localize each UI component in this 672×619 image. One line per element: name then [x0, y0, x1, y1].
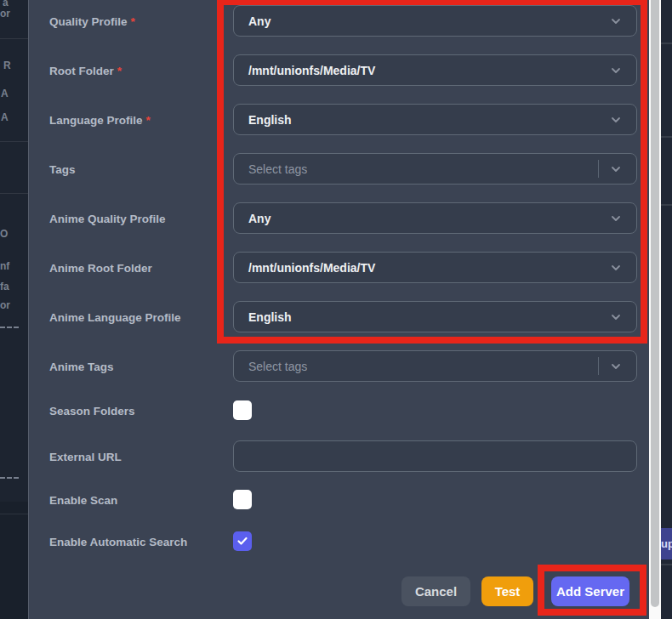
form-row-quality-profile: Quality Profile* Any	[29, 5, 650, 37]
field-label: Anime Quality Profile	[49, 212, 166, 224]
form-row-enable-automatic-search: Enable Automatic Search	[29, 531, 650, 551]
enable-automatic-search-checkbox[interactable]	[233, 531, 252, 551]
checkmark-icon	[236, 534, 249, 548]
required-asterisk: *	[131, 14, 135, 27]
background-page-right: up	[661, 0, 672, 619]
bg-text-fragment: R	[3, 60, 11, 71]
tags-multiselect[interactable]: Select tags	[233, 153, 637, 185]
form-row-language-profile: Language Profile* English	[29, 104, 650, 135]
select-value: Any	[248, 212, 271, 225]
form-row-season-folders: Season Folders	[29, 400, 650, 420]
cancel-button[interactable]: Cancel	[401, 576, 470, 606]
field-label: Tags	[49, 162, 76, 175]
anime-quality-profile-select[interactable]: Any	[233, 202, 637, 234]
add-server-modal: Quality Profile* Any Root Folder* /mnt/u…	[28, 0, 649, 619]
field-label: External URL	[49, 450, 122, 463]
scrollbar-thumb[interactable]	[651, 0, 659, 607]
chevron-down-icon	[607, 13, 624, 30]
bg-text-fragment: nf	[0, 260, 9, 272]
select-placeholder: Select tags	[248, 162, 307, 176]
season-folders-checkbox[interactable]	[233, 400, 252, 420]
bg-divider	[661, 136, 672, 138]
bg-divider	[0, 38, 28, 39]
bg-divider	[0, 193, 28, 194]
required-asterisk: *	[146, 113, 151, 126]
form-row-anime-language-profile: Anime Language Profile English	[29, 301, 650, 332]
required-asterisk: *	[117, 64, 122, 77]
language-profile-select[interactable]: English	[233, 104, 637, 135]
test-button[interactable]: Test	[481, 576, 533, 606]
field-label: Language Profile*	[49, 113, 151, 126]
field-label: Anime Tags	[49, 360, 114, 372]
field-label: Anime Root Folder	[49, 261, 152, 274]
select-divider	[598, 357, 599, 375]
bg-text-fragment: or	[0, 299, 10, 311]
external-url-input[interactable]	[233, 440, 637, 472]
select-value: /mnt/unionfs/Media/TV	[248, 64, 375, 77]
bg-partial-button: up	[661, 528, 672, 559]
form-row-anime-tags: Anime Tags Select tags	[29, 350, 650, 382]
field-label: Anime Language Profile	[49, 310, 181, 323]
bg-divider	[0, 514, 28, 514]
anime-tags-multiselect[interactable]: Select tags	[233, 350, 637, 382]
select-placeholder: Select tags	[248, 360, 307, 373]
form-row-tags: Tags Select tags	[29, 153, 650, 185]
form-row-enable-scan: Enable Scan	[29, 490, 650, 509]
field-label: Season Folders	[49, 404, 135, 417]
background-page-left: a or R A A O nf fa or	[0, 0, 28, 619]
add-server-button[interactable]: Add Server	[551, 576, 629, 606]
select-value: English	[248, 310, 292, 324]
bg-divider	[0, 141, 28, 142]
bg-dashed-line	[0, 327, 19, 328]
chevron-down-icon	[607, 111, 624, 128]
bg-section	[0, 502, 28, 619]
bg-text-fragment: A	[1, 111, 9, 123]
root-folder-select[interactable]: /mnt/unionfs/Media/TV	[233, 54, 637, 86]
enable-scan-checkbox[interactable]	[233, 490, 252, 509]
quality-profile-select[interactable]: Any	[233, 5, 637, 37]
select-divider	[598, 160, 599, 178]
field-label: Enable Automatic Search	[49, 535, 187, 548]
bg-divider	[661, 564, 672, 565]
bg-text-fragment: O	[0, 228, 8, 240]
chevron-down-icon	[607, 259, 624, 276]
bg-divider	[661, 204, 672, 206]
anime-root-folder-select[interactable]: /mnt/unionfs/Media/TV	[233, 252, 637, 283]
bg-dashed-line	[0, 477, 19, 479]
chevron-down-icon	[607, 309, 624, 326]
chevron-down-icon	[607, 62, 624, 79]
bg-text-fragment: or	[0, 8, 10, 20]
screen: a or R A A O nf fa or Quality Profile* A…	[0, 0, 672, 619]
field-label: Enable Scan	[49, 493, 117, 506]
field-label: Root Folder*	[49, 64, 122, 77]
chevron-down-icon	[607, 358, 624, 375]
field-label: Quality Profile*	[49, 14, 135, 27]
form-row-anime-quality-profile: Anime Quality Profile Any	[29, 202, 650, 234]
bg-text-fragment: fa	[0, 281, 9, 292]
chevron-down-icon	[607, 210, 624, 227]
select-value: /mnt/unionfs/Media/TV	[248, 261, 375, 275]
form-row-external-url: External URL	[29, 440, 650, 472]
bg-text-fragment: A	[1, 88, 9, 99]
bg-divider	[661, 43, 672, 44]
chevron-down-icon	[607, 161, 624, 178]
form-row-anime-root-folder: Anime Root Folder /mnt/unionfs/Media/TV	[29, 252, 650, 283]
select-value: Any	[248, 14, 271, 28]
form-row-root-folder: Root Folder* /mnt/unionfs/Media/TV	[29, 54, 650, 86]
anime-language-profile-select[interactable]: English	[233, 301, 637, 332]
select-value: English	[248, 113, 292, 127]
